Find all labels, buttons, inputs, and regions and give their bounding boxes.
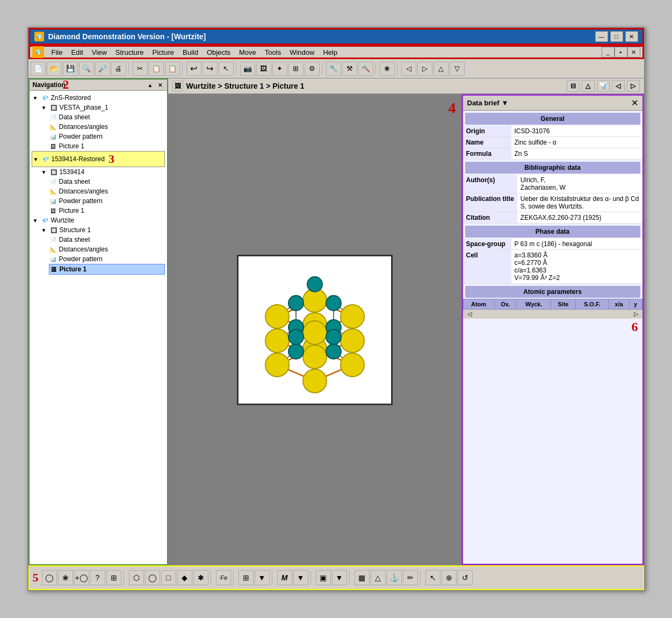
btm-bars[interactable]: ▦ xyxy=(355,570,370,585)
tree-node-powder1[interactable]: 📊 Powder pattern xyxy=(49,132,165,141)
menu-objects[interactable]: Objects xyxy=(203,47,235,58)
tree-node-pic3[interactable]: 🖼 Picture 1 xyxy=(49,264,165,275)
tb-cut[interactable]: ✂ xyxy=(133,62,148,76)
expand-vesta[interactable]: ▼ xyxy=(40,104,48,111)
tb-bond[interactable]: ⚙ xyxy=(305,62,320,76)
tree-node-datasheet2[interactable]: 📄 Data sheet xyxy=(49,177,165,186)
btm-anchor[interactable]: ⚓ xyxy=(387,570,402,585)
tb-print[interactable]: 🖨 xyxy=(111,62,126,76)
restore-button[interactable]: □ xyxy=(610,31,623,42)
btm-dropdown3[interactable]: ▼ xyxy=(332,570,347,585)
tb-cursor[interactable]: ↖ xyxy=(219,62,234,76)
tree-node-zns[interactable]: ▼ 💎 ZnS-Restored xyxy=(32,93,165,103)
tb-grid[interactable]: ⊞ xyxy=(288,62,304,76)
tree-node-dist1[interactable]: 📐 Distances/angles xyxy=(49,122,165,132)
nav-up-btn[interactable]: ▲ xyxy=(147,81,154,89)
menu-structure[interactable]: Structure xyxy=(111,47,148,58)
menu-tools[interactable]: Tools xyxy=(261,47,285,58)
close-button[interactable]: ✕ xyxy=(625,31,638,42)
expand-wurtzite[interactable]: ▼ xyxy=(32,217,39,224)
btm-pen[interactable]: ✏ xyxy=(403,570,418,585)
btm-circle[interactable]: ◯ xyxy=(145,570,160,585)
tb-redo[interactable]: ↪ xyxy=(203,62,218,76)
btm-triangle[interactable]: △ xyxy=(371,570,386,585)
tree-node-pic1[interactable]: 🖼 Picture 1 xyxy=(49,141,165,151)
nav-close-btn[interactable]: ✕ xyxy=(156,81,164,89)
btm-diamond[interactable]: ◆ xyxy=(177,570,192,585)
tb-sym[interactable]: ❀ xyxy=(380,62,395,76)
tb-camera[interactable]: 📷 xyxy=(240,62,255,76)
btm-hex[interactable]: ⬡ xyxy=(129,570,144,585)
menu-minimize[interactable]: _ xyxy=(602,47,615,58)
btm-overlay[interactable]: ▣ xyxy=(316,570,331,585)
btm-sym[interactable]: ❀ xyxy=(58,570,73,585)
menu-picture[interactable]: Picture xyxy=(148,47,178,58)
tb-undo[interactable]: ↩ xyxy=(186,62,201,76)
tb-extra3[interactable]: △ xyxy=(433,62,449,76)
data-panel-close[interactable]: ✕ xyxy=(631,98,638,108)
menu-restore[interactable]: ▪ xyxy=(615,47,627,58)
expand-structure1[interactable]: ▼ xyxy=(40,226,48,234)
btm-star[interactable]: ✱ xyxy=(193,570,208,585)
btm-query[interactable]: ? xyxy=(90,570,105,585)
tb-extra1[interactable]: ◁ xyxy=(401,62,416,76)
tree-node-powder2[interactable]: 📊 Powder pattern xyxy=(49,196,165,206)
btm-dropdown2[interactable]: ▼ xyxy=(293,570,308,585)
tb-find[interactable]: 🔍 xyxy=(79,62,94,76)
btm-square[interactable]: □ xyxy=(161,570,176,585)
tree-node-datasheet1[interactable]: 📄 Data sheet xyxy=(49,112,165,122)
expand-1539414[interactable]: ▼ xyxy=(40,168,48,176)
tb-extra2[interactable]: ▷ xyxy=(417,62,432,76)
tb-tools1[interactable]: 🔧 xyxy=(326,62,341,76)
bc-btn-prev[interactable]: ◁ xyxy=(612,80,625,92)
tb-zoom[interactable]: 🔎 xyxy=(95,62,110,76)
menu-move[interactable]: Move xyxy=(235,47,261,58)
tb-copy[interactable]: 📋 xyxy=(149,62,164,76)
tree-node-powder3[interactable]: 📊 Powder pattern xyxy=(49,254,165,264)
menu-view[interactable]: View xyxy=(88,47,111,58)
expand-zns[interactable]: ▼ xyxy=(32,94,39,102)
tree-node-wurtzite[interactable]: ▼ 💎 Wurtzite xyxy=(32,215,165,225)
tree-node-structure1[interactable]: ▼ 🔲 Structure 1 xyxy=(40,225,165,235)
menu-window[interactable]: Window xyxy=(285,47,319,58)
tb-new[interactable]: 📄 xyxy=(31,62,46,76)
btm-grid[interactable]: ⊞ xyxy=(106,570,121,585)
dropdown-arrow[interactable]: ▼ xyxy=(501,99,508,107)
tree-node-dist3[interactable]: 📐 Distances/angles xyxy=(49,245,165,254)
tb-open[interactable]: 📂 xyxy=(47,62,62,76)
bc-btn-next[interactable]: ▷ xyxy=(627,80,640,92)
btm-m[interactable]: M xyxy=(277,570,292,585)
tree-node-datasheet3[interactable]: 📄 Data sheet xyxy=(49,235,165,245)
tb-extra4[interactable]: ▽ xyxy=(450,62,465,76)
btm-rotate[interactable]: ↺ xyxy=(458,570,473,585)
btm-move[interactable]: ⊕ xyxy=(442,570,457,585)
tb-scatter[interactable]: ✦ xyxy=(272,62,287,76)
menu-file[interactable]: File xyxy=(47,47,67,58)
minimize-button[interactable]: — xyxy=(595,31,608,42)
menu-close[interactable]: ✕ xyxy=(627,47,640,58)
bc-btn-chart[interactable]: 📊 xyxy=(597,80,610,92)
bc-btn-triangle[interactable]: △ xyxy=(582,80,595,92)
bc-btn-window[interactable]: ⊟ xyxy=(567,80,580,92)
tree-node-vesta[interactable]: ▼ 🔲 VESTA_phase_1 xyxy=(40,103,165,112)
menu-build[interactable]: Build xyxy=(178,47,203,58)
tb-paste[interactable]: 📋 xyxy=(165,62,180,76)
btm-add-ring[interactable]: +◯ xyxy=(74,570,89,585)
scroll-left[interactable]: ◁ xyxy=(467,311,472,318)
menu-help[interactable]: Help xyxy=(319,47,342,58)
tree-node-1539414[interactable]: ▼ 🔲 1539414 xyxy=(40,167,165,177)
btm-ring[interactable]: ◯ xyxy=(42,570,57,585)
tree-node-pic2[interactable]: 🖼 Picture 1 xyxy=(49,206,165,215)
tb-render[interactable]: 🖼 xyxy=(256,62,271,76)
btm-arrow[interactable]: ↖ xyxy=(425,570,440,585)
btm-fe[interactable]: ·Fe xyxy=(216,570,231,585)
tree-node-restored[interactable]: ▼ 💎 1539414-Restored 3 xyxy=(32,151,165,167)
tb-tools3[interactable]: 🔨 xyxy=(358,62,373,76)
expand-restored[interactable]: ▼ xyxy=(32,155,40,163)
tb-save[interactable]: 💾 xyxy=(63,62,78,76)
btm-dropdown1[interactable]: ▼ xyxy=(255,570,270,585)
menu-edit[interactable]: Edit xyxy=(67,47,87,58)
tree-node-dist2[interactable]: 📐 Distances/angles xyxy=(49,186,165,196)
btm-grid2[interactable]: ⊞ xyxy=(239,570,254,585)
scroll-right[interactable]: ▷ xyxy=(634,311,638,318)
